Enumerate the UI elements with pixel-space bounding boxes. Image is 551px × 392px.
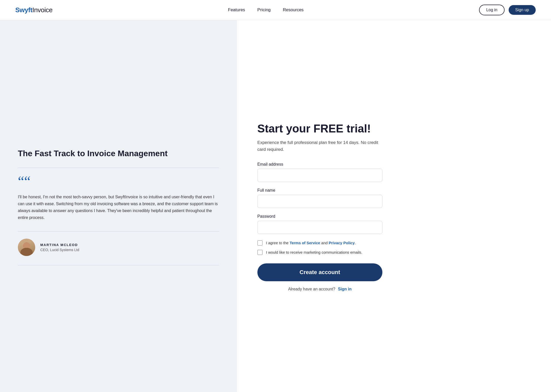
create-account-button[interactable]: Create account [257,263,382,281]
testimonial-text: I'll be honest, I'm not the most tech-sa… [18,193,219,221]
email-group: Email address [257,162,531,182]
login-button[interactable]: Log in [479,5,505,15]
password-group: Password [257,214,531,234]
privacy-link[interactable]: Privacy Policy [329,241,355,245]
avatar-image [18,239,35,256]
email-label: Email address [257,162,531,167]
password-label: Password [257,214,531,219]
marketing-checkbox[interactable] [257,250,262,255]
tos-label[interactable]: I agree to the Terms of Service and Priv… [266,240,356,246]
nav-link-resources[interactable]: Resources [283,7,304,12]
author-row: MARTINA MCLEOD CEO, Lucid Systems Ltd [18,239,219,256]
left-headline: The Fast Track to Invoice Management [18,148,219,158]
quote-divider-top [18,168,219,168]
signin-text: Already have an account? [288,287,335,291]
author-title: CEO, Lucid Systems Ltd [40,248,79,252]
author-avatar [18,239,35,256]
tos-suffix: . [355,241,356,245]
email-input[interactable] [257,169,382,182]
tos-mid: and [320,241,329,245]
form-title: Start your FREE trial! [257,122,531,135]
marketing-checkbox-group: I would like to receive marketing commun… [257,250,382,255]
logo-invoice: Invoice [32,6,53,14]
nav-item-resources[interactable]: Resources [283,7,304,13]
tos-checkbox-group: I agree to the Terms of Service and Priv… [257,240,382,246]
marketing-label[interactable]: I would like to receive marketing commun… [266,250,362,255]
nav-item-pricing[interactable]: Pricing [257,7,271,13]
tos-link[interactable]: Terms of Service [290,241,320,245]
left-panel: The Fast Track to Invoice Management ““ … [0,20,237,392]
quote-mark: ““ [18,174,219,188]
author-info: MARTINA MCLEOD CEO, Lucid Systems Ltd [40,243,79,252]
nav-links: Features Pricing Resources [228,7,304,13]
fullname-input[interactable] [257,195,382,208]
nav-link-pricing[interactable]: Pricing [257,7,271,12]
signin-row: Already have an account? Sign in [257,287,382,291]
form-subtitle: Experience the full professional plan fr… [257,139,380,153]
navbar: SwyftInvoice Features Pricing Resources … [0,0,551,20]
signin-link[interactable]: Sign in [338,287,352,291]
nav-link-features[interactable]: Features [228,7,245,12]
author-name: MARTINA MCLEOD [40,243,79,247]
nav-item-features[interactable]: Features [228,7,245,13]
password-input[interactable] [257,221,382,234]
fullname-group: Full name [257,188,531,208]
bottom-divider [18,265,219,265]
logo-swft: Swyft [15,6,32,14]
signup-button[interactable]: Sign up [509,5,536,15]
quote-author-divider [18,231,219,231]
right-panel: Start your FREE trial! Experience the fu… [237,20,551,392]
nav-actions: Log in Sign up [479,5,536,15]
fullname-label: Full name [257,188,531,193]
tos-checkbox[interactable] [257,240,262,246]
signup-form: Email address Full name Password I agree… [257,162,531,291]
main-layout: The Fast Track to Invoice Management ““ … [0,20,551,392]
logo[interactable]: SwyftInvoice [15,6,53,14]
tos-prefix: I agree to the [266,241,290,245]
